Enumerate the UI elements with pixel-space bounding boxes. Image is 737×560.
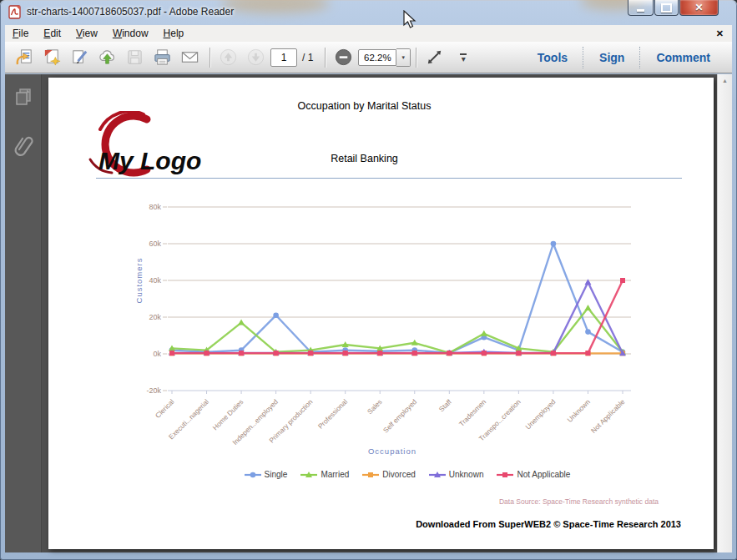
svg-text:Staff: Staff bbox=[437, 397, 454, 414]
open-file-icon bbox=[15, 48, 34, 67]
legend-item-not-applicable: Not Applicable bbox=[497, 470, 570, 479]
menu-item-window[interactable]: Window bbox=[105, 26, 156, 41]
tools-button[interactable]: Tools bbox=[522, 48, 583, 68]
previous-page-button[interactable] bbox=[215, 46, 240, 69]
close-button[interactable]: ✕ bbox=[679, 0, 719, 16]
sign-button[interactable]: Sign bbox=[584, 48, 639, 68]
legend-label: Divorced bbox=[382, 470, 415, 479]
svg-text:Self employed: Self employed bbox=[381, 397, 419, 435]
document-area: Occupation by Marital Status Retail Bank… bbox=[42, 74, 732, 552]
email-icon bbox=[180, 48, 199, 67]
chart-series-married bbox=[169, 305, 626, 356]
header-divider bbox=[96, 178, 682, 179]
pdf-file-icon bbox=[8, 5, 23, 19]
mouse-cursor bbox=[403, 10, 418, 30]
page-thumbnails-icon bbox=[13, 87, 33, 107]
svg-text:Not Applicable: Not Applicable bbox=[589, 397, 627, 435]
svg-text:Customers: Customers bbox=[134, 258, 144, 304]
save-icon bbox=[125, 48, 144, 67]
logo-text: My Logo bbox=[98, 147, 201, 174]
print-button[interactable] bbox=[149, 46, 174, 69]
minimize-icon bbox=[637, 9, 644, 12]
svg-text:Occupation: Occupation bbox=[368, 446, 416, 456]
zoom-dropdown-button[interactable]: ▼ bbox=[396, 48, 411, 67]
menu-item-file[interactable]: File bbox=[5, 26, 36, 41]
zoom-out-button[interactable] bbox=[331, 46, 356, 69]
zoom-dropdown-icon: ▼ bbox=[401, 55, 406, 60]
paperclip-icon bbox=[13, 133, 34, 158]
adobe-reader-window: str-charts-1400718605037.pdf - Adobe Rea… bbox=[0, 0, 737, 560]
chart-series-single bbox=[169, 241, 626, 356]
legend-marker-icon bbox=[362, 471, 379, 479]
svg-text:0k: 0k bbox=[153, 350, 161, 358]
download-footer: Downloaded From SuperWEB2 © Space-Time R… bbox=[416, 519, 681, 529]
menu-item-edit[interactable]: Edit bbox=[36, 26, 68, 41]
create-pdf-button[interactable] bbox=[39, 46, 64, 69]
svg-text:Professional: Professional bbox=[316, 397, 349, 430]
legend-item-unknown: Unknown bbox=[429, 470, 484, 479]
svg-text:80k: 80k bbox=[149, 203, 161, 211]
legend-item-married: Married bbox=[300, 470, 349, 479]
legend-marker-icon bbox=[245, 471, 261, 479]
cloud-upload-icon bbox=[98, 48, 117, 67]
svg-text:Clerical: Clerical bbox=[154, 397, 176, 420]
svg-text:Unknown: Unknown bbox=[565, 397, 592, 424]
overflow-icon: ▾ bbox=[462, 57, 466, 61]
toolbar-separator bbox=[209, 48, 210, 68]
zoom-out-icon bbox=[334, 48, 353, 67]
create-pdf-icon bbox=[43, 48, 62, 67]
attachments-button[interactable] bbox=[11, 133, 36, 158]
page-number-input[interactable] bbox=[270, 48, 297, 67]
chart-legend: SingleMarriedDivorcedUnknownNot Applicab… bbox=[132, 470, 683, 479]
comment-button[interactable]: Comment bbox=[641, 48, 725, 68]
fit-page-button[interactable] bbox=[422, 46, 447, 69]
svg-text:40k: 40k bbox=[149, 276, 161, 285]
page-up-icon bbox=[219, 48, 238, 67]
open-file-button[interactable] bbox=[12, 46, 37, 69]
legend-label: Unknown bbox=[449, 470, 484, 479]
title-bar[interactable]: str-charts-1400718605037.pdf - Adobe Rea… bbox=[0, 0, 737, 25]
cloud-upload-button[interactable] bbox=[94, 46, 119, 69]
zoom-level-input[interactable]: 62.2% bbox=[358, 49, 396, 66]
pdf-page: Occupation by Marital Status Retail Bank… bbox=[48, 78, 714, 549]
svg-text:-20k: -20k bbox=[146, 386, 161, 395]
toolbar-overflow-button[interactable]: ▾ bbox=[451, 46, 476, 69]
svg-text:Tradesmen: Tradesmen bbox=[457, 397, 488, 428]
legend-item-single: Single bbox=[245, 470, 288, 479]
email-button[interactable] bbox=[177, 46, 202, 69]
save-button[interactable] bbox=[122, 46, 147, 69]
zoom-level-value: 62.2% bbox=[364, 53, 391, 63]
svg-text:Unemployed: Unemployed bbox=[523, 397, 557, 431]
svg-text:Sales: Sales bbox=[366, 397, 384, 416]
close-icon: ✕ bbox=[694, 2, 703, 13]
menu-item-help[interactable]: Help bbox=[156, 26, 192, 41]
print-icon bbox=[153, 48, 172, 67]
sign-document-button[interactable] bbox=[67, 46, 92, 69]
svg-text:20k: 20k bbox=[149, 313, 161, 321]
legend-marker-icon bbox=[300, 471, 317, 479]
toolbar: / 1 62.2% ▼ ▾ Tools Sign Comm bbox=[5, 42, 732, 73]
restore-button[interactable] bbox=[654, 0, 679, 16]
data-source-note: Data Source: Space-Time Research synthet… bbox=[499, 497, 659, 506]
legend-label: Married bbox=[321, 470, 349, 479]
glass-reflection bbox=[221, 0, 330, 13]
toolbar-separator bbox=[416, 48, 416, 68]
menu-item-view[interactable]: View bbox=[68, 26, 105, 41]
my-logo: My Logo bbox=[73, 111, 220, 179]
next-page-button[interactable] bbox=[243, 46, 268, 69]
vertical-scrollbar[interactable]: ▲ bbox=[717, 74, 732, 552]
page-thumbnails-button[interactable] bbox=[11, 84, 36, 109]
menu-bar: FileEditViewWindowHelp ✕ bbox=[5, 25, 732, 43]
legend-marker-icon bbox=[429, 471, 446, 479]
minimize-button[interactable] bbox=[628, 0, 654, 16]
fit-page-icon bbox=[425, 48, 444, 67]
svg-text:Home Duties: Home Duties bbox=[211, 397, 245, 431]
navigation-pane bbox=[5, 74, 42, 552]
legend-item-divorced: Divorced bbox=[362, 470, 415, 479]
menu-close-icon[interactable]: ✕ bbox=[716, 28, 724, 39]
window-title: str-charts-1400718605037.pdf - Adobe Rea… bbox=[27, 6, 234, 18]
legend-label: Single bbox=[265, 470, 288, 479]
line-chart: 80k60k40k20k0k-20kClericalExecuti...nage… bbox=[132, 194, 666, 463]
document-workspace: Occupation by Marital Status Retail Bank… bbox=[5, 74, 732, 552]
scroll-up-icon[interactable]: ▲ bbox=[718, 78, 732, 83]
